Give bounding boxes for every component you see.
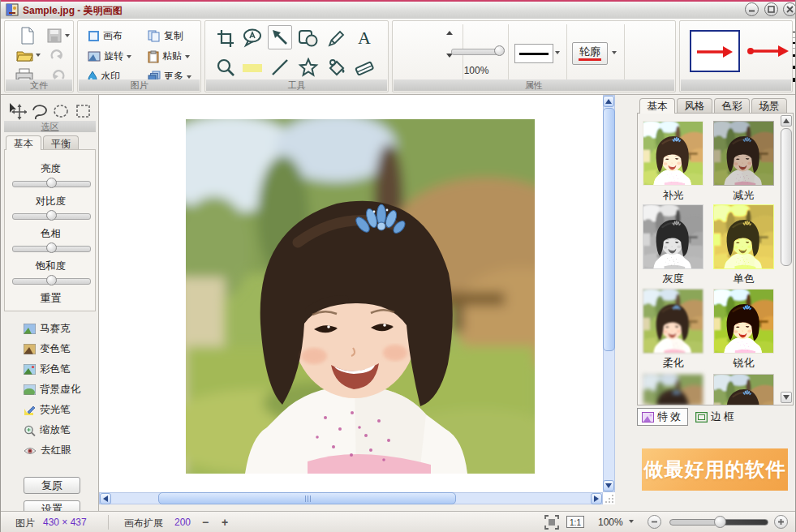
ellipse-select-tool[interactable] [53,104,69,118]
contrast-knob[interactable] [46,210,57,221]
effect-thumb-sharpen[interactable] [714,290,773,353]
photo-sample[interactable] [186,119,535,474]
hscroll-right-arrow[interactable] [591,493,602,504]
hue-knob[interactable] [46,242,57,253]
vscroll-down-arrow[interactable] [603,480,614,491]
outline-dropdown-arrow[interactable] [612,51,617,54]
save-button[interactable] [47,28,62,43]
redo-icon[interactable] [50,49,65,62]
paste-button[interactable]: 粘贴 [148,49,190,63]
close-button[interactable] [783,2,796,16]
settings-button[interactable]: 设置 [24,500,80,511]
zoom-pen-tool[interactable]: 缩放笔 [24,423,71,437]
tab-basic[interactable]: 基本 [6,135,41,150]
vscroll-thumb[interactable] [603,108,615,351]
effect-thumb-grayscale[interactable] [643,205,703,268]
highlighter-tool[interactable]: 荧光笔 [24,403,71,417]
arrow-style-sample[interactable] [747,41,790,62]
effect-thumb-fill-light[interactable] [643,122,703,185]
restore-button[interactable]: 复原 [24,477,80,494]
zoom-value[interactable]: 100% [598,517,623,528]
brightness-slider[interactable] [12,181,91,187]
save-dropdown-arrow[interactable] [65,34,70,37]
promo-banner[interactable]: 做最好用的软件 [642,448,788,491]
color-pen-tool[interactable]: 彩色笔 [24,363,71,376]
hscroll-thumb[interactable] [158,492,456,504]
zoom-slider[interactable] [669,519,768,526]
one-to-one-button[interactable]: 1:1 [566,516,584,528]
special-effects-button[interactable]: 特效 [637,408,688,426]
line-tool[interactable] [268,55,292,79]
properties-group-label: 属性 [394,79,674,91]
outline-button[interactable]: 轮廓 [572,42,608,65]
canvas-button[interactable]: 画布 [88,29,123,43]
line-style-dropdown-arrow[interactable] [555,51,560,54]
red-eye-icon [24,446,37,456]
tab-balance[interactable]: 平衡 [43,135,79,150]
rotate-button[interactable]: 旋转 [88,49,131,63]
maximize-button[interactable] [764,2,778,16]
canvas-expand-plus-button[interactable]: + [222,516,228,529]
brightness-knob[interactable] [46,178,57,188]
background-blur-tool[interactable]: 背景虚化 [24,383,80,397]
move-select-tool[interactable] [7,102,27,120]
contrast-slider[interactable] [12,213,91,220]
fit-screen-button[interactable] [544,515,559,530]
mosaic-tool[interactable]: 马赛克 [24,322,71,336]
panel-tab-style[interactable]: 风格 [677,98,712,114]
ribbon-group-properties: 1 px 2 px 3 px 4 px 5 px 100% [392,20,676,92]
effect-thumb-monochrome[interactable] [714,205,773,268]
width-spinner-up[interactable] [446,31,453,35]
opacity-slider-knob[interactable] [494,45,505,56]
line-style-dropdown[interactable] [514,44,553,63]
zoom-in-button[interactable] [774,515,788,529]
highlight-swatch-tool[interactable] [240,55,265,79]
callout-tool[interactable] [240,26,265,50]
zoom-slider-knob[interactable] [714,516,726,528]
reset-button[interactable]: 重置 [5,291,97,306]
rotate-dropdown-arrow[interactable] [127,55,131,58]
frame-button[interactable]: 边框 [695,410,737,424]
minimize-button[interactable] [745,2,759,16]
hscroll-left-arrow[interactable] [100,493,111,504]
lasso-tool[interactable] [30,103,48,119]
canvas-area[interactable] [99,95,615,504]
copy-button[interactable]: 复制 [148,29,183,43]
opacity-slider[interactable] [451,49,503,55]
zoom-dropdown-arrow[interactable] [629,520,634,523]
effect-thumb-soften[interactable] [643,290,703,353]
crop-tool[interactable] [213,26,238,50]
effect-thumb-reduce-light[interactable] [714,122,773,185]
select-arrow-tool[interactable] [268,25,292,49]
saturation-knob[interactable] [46,275,57,285]
text-tool[interactable]: A [352,26,376,50]
paste-dropdown-arrow[interactable] [185,55,190,58]
rect-select-tool[interactable] [75,104,92,118]
recolor-pen-tool[interactable]: 变色笔 [24,342,71,356]
effect-thumb-partial[interactable] [643,375,703,405]
more-dropdown-arrow[interactable] [187,75,191,79]
new-document-button[interactable] [19,27,36,45]
panel-scroll-thumb[interactable] [781,128,792,266]
pencil-tool[interactable] [325,26,349,50]
vscroll-up-arrow[interactable] [603,96,614,107]
zoom-out-button[interactable] [648,515,661,529]
panel-scroll-up-arrow[interactable] [781,115,792,127]
saturation-slider[interactable] [12,278,91,285]
panel-scroll-down-arrow[interactable] [781,392,792,403]
fill-bucket-tool[interactable] [325,55,349,79]
canvas-expand-minus-button[interactable]: − [202,516,209,529]
zoom-tool[interactable] [213,55,238,79]
panel-tab-color[interactable]: 色彩 [714,98,750,114]
red-eye-removal-tool[interactable]: 去红眼 [24,444,71,457]
open-button[interactable] [16,49,33,62]
panel-tab-scene[interactable]: 场景 [751,98,787,114]
shape-preview-box[interactable] [690,30,740,72]
hue-slider[interactable] [12,246,91,252]
open-dropdown-arrow[interactable] [36,54,41,57]
eraser-tool[interactable] [352,55,376,79]
panel-tab-basic[interactable]: 基本 [639,98,675,114]
shapes-tool[interactable] [296,26,321,50]
effect-thumb-partial[interactable] [714,375,773,405]
star-tool[interactable] [296,55,321,79]
